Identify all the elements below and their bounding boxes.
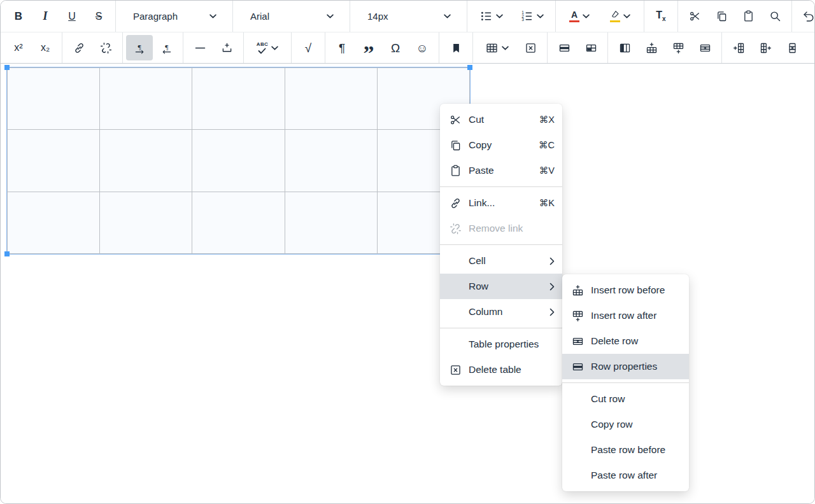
selected-table[interactable] [7, 67, 470, 254]
table-cell[interactable] [192, 68, 285, 130]
menu-label: Remove link [469, 223, 555, 234]
table-column-properties-button[interactable] [611, 35, 638, 60]
font-family-dropdown[interactable]: Arial [236, 1, 346, 32]
menu-item-paste[interactable]: Paste ⌘V [440, 158, 562, 183]
bold-button[interactable]: B [5, 4, 32, 29]
underline-button[interactable]: U [59, 4, 85, 29]
table-cell[interactable] [100, 192, 192, 253]
strikethrough-button[interactable]: S [85, 4, 112, 29]
nonbreaking-space-button[interactable] [213, 35, 240, 60]
chevron-down-icon [444, 14, 451, 18]
menu-item-delete-table[interactable]: Delete table [440, 357, 562, 382]
submenu-item-paste-row-after[interactable]: Paste row after [562, 463, 689, 488]
resize-handle-top-left[interactable] [4, 65, 10, 70]
superscript-button[interactable]: x² [5, 35, 32, 60]
menu-item-cell[interactable]: Cell [440, 248, 562, 274]
menu-label: Cut [469, 114, 530, 125]
table-cell[interactable] [8, 192, 100, 253]
insert-table-button[interactable] [476, 35, 517, 60]
table-row-properties-button[interactable] [551, 35, 578, 60]
table-cell[interactable] [285, 68, 377, 130]
blockquote-button[interactable]: ” [355, 35, 382, 60]
table-cell[interactable] [192, 130, 285, 192]
delete-column-icon [786, 41, 799, 55]
submenu-item-paste-row-before[interactable]: Paste row before [562, 437, 689, 463]
editor-canvas[interactable] [1, 64, 814, 503]
insert-column-after-icon [759, 41, 772, 55]
table-cell[interactable] [285, 192, 377, 253]
font-family-value: Arial [250, 11, 269, 22]
cut-button[interactable] [681, 4, 708, 29]
menu-item-column[interactable]: Column [440, 299, 562, 325]
menu-item-table-properties[interactable]: Table properties [440, 332, 562, 357]
ltr-direction-button[interactable]: ¶ [126, 35, 153, 60]
table-cell[interactable] [100, 130, 192, 192]
table-cell[interactable] [8, 130, 100, 192]
copy-icon [715, 10, 728, 23]
toolbar-separator [62, 32, 62, 63]
table-cell-properties-button[interactable] [578, 35, 604, 60]
horizontal-rule-button[interactable] [187, 35, 213, 60]
subscript-button[interactable]: x₂ [32, 35, 59, 60]
submenu-item-delete-row[interactable]: Delete row [562, 328, 689, 354]
insert-row-after-button[interactable] [665, 35, 691, 60]
strikethrough-icon: S [96, 11, 103, 22]
text-color-button[interactable]: A [559, 4, 600, 29]
undo-button[interactable] [795, 4, 815, 29]
menu-item-remove-link[interactable]: Remove link [440, 216, 562, 241]
bold-icon: B [15, 10, 22, 23]
font-size-dropdown[interactable]: 14px [353, 1, 464, 32]
editor-table [7, 67, 470, 254]
table-cell[interactable] [192, 192, 285, 253]
clear-formatting-button[interactable]: Tx [648, 4, 674, 29]
menu-label: Cut row [591, 393, 681, 405]
menu-item-row[interactable]: Row [440, 274, 562, 299]
menu-label: Delete row [591, 335, 681, 347]
special-character-button[interactable]: Ω [382, 35, 409, 60]
numbered-list-button[interactable]: 123 [511, 4, 552, 29]
submenu-item-insert-row-after[interactable]: Insert row after [562, 303, 689, 328]
paragraph-format-dropdown[interactable]: Paragraph [119, 1, 229, 32]
remove-link-button[interactable] [92, 35, 119, 60]
table-row [8, 130, 470, 192]
table-cell[interactable] [285, 130, 377, 192]
toolbar-separator [122, 32, 123, 63]
table-cell[interactable] [8, 68, 100, 130]
table-cell[interactable] [100, 68, 192, 130]
bullet-list-button[interactable] [471, 4, 511, 29]
search-button[interactable] [762, 4, 788, 29]
rtl-direction-button[interactable]: ¶ [153, 35, 180, 60]
delete-table-button[interactable] [517, 35, 544, 60]
submenu-item-row-properties[interactable]: Row properties [562, 354, 689, 379]
superscript-icon: x² [14, 42, 22, 53]
menu-item-copy[interactable]: Copy ⌘C [440, 132, 562, 158]
resize-handle-bottom-left[interactable] [4, 251, 10, 256]
paste-button[interactable] [735, 4, 762, 29]
resize-handle-top-right[interactable] [467, 65, 472, 70]
submenu-item-insert-row-before[interactable]: Insert row before [562, 277, 689, 303]
bookmark-button[interactable] [443, 35, 469, 60]
insert-column-after-button[interactable] [752, 35, 779, 60]
insert-row-before-button[interactable] [638, 35, 665, 60]
menu-item-link[interactable]: Link... ⌘K [440, 190, 562, 216]
menu-item-cut[interactable]: Cut ⌘X [440, 107, 562, 132]
ltr-icon: ¶ [133, 41, 146, 55]
italic-button[interactable]: I [32, 4, 59, 29]
chevron-right-icon [549, 308, 555, 316]
toolbar-separator [607, 32, 608, 63]
copy-button[interactable] [708, 4, 735, 29]
emoji-button[interactable]: ☺ [409, 35, 436, 60]
paragraph-mark-button[interactable]: ¶ [329, 35, 355, 60]
submenu-item-copy-row[interactable]: Copy row [562, 412, 689, 437]
formula-button[interactable]: √ [295, 35, 322, 60]
insert-column-before-button[interactable] [725, 35, 752, 60]
submenu-item-cut-row[interactable]: Cut row [562, 386, 689, 412]
highlight-color-button[interactable] [600, 4, 641, 29]
underline-icon: U [68, 11, 76, 22]
delete-column-button[interactable] [779, 35, 805, 60]
insert-link-button[interactable] [66, 35, 92, 60]
italic-icon: I [43, 10, 47, 23]
delete-row-button[interactable] [691, 35, 718, 60]
table-cell-properties-icon [585, 41, 598, 55]
spellcheck-button[interactable]: ABC [247, 35, 288, 60]
